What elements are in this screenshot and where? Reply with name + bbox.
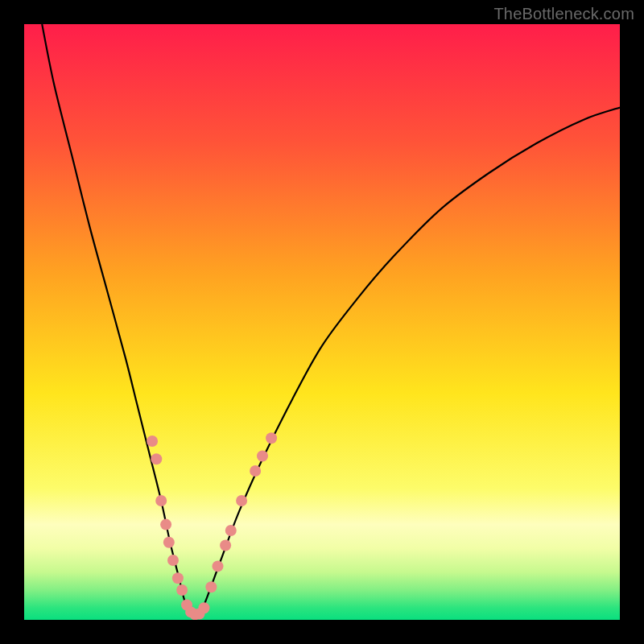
data-point — [147, 436, 158, 447]
bottleneck-curve — [42, 24, 620, 615]
data-point — [155, 495, 167, 506]
data-point — [225, 525, 237, 536]
data-point — [167, 555, 179, 566]
data-point — [163, 537, 175, 548]
chart-frame: TheBottleneck.com — [0, 0, 644, 644]
data-point — [220, 540, 231, 551]
data-point — [250, 465, 261, 477]
watermark-text: TheBottleneck.com — [493, 5, 634, 23]
data-point — [176, 584, 188, 596]
data-point — [266, 432, 277, 444]
data-point — [205, 581, 217, 592]
data-point — [213, 560, 224, 572]
scatter-points — [147, 432, 277, 620]
data-point — [198, 602, 209, 613]
data-point — [257, 451, 268, 462]
data-point — [236, 495, 247, 506]
plot-area — [24, 24, 620, 620]
curve-layer — [24, 24, 620, 620]
data-point — [151, 453, 162, 464]
data-point — [160, 519, 171, 530]
data-point — [172, 572, 184, 584]
